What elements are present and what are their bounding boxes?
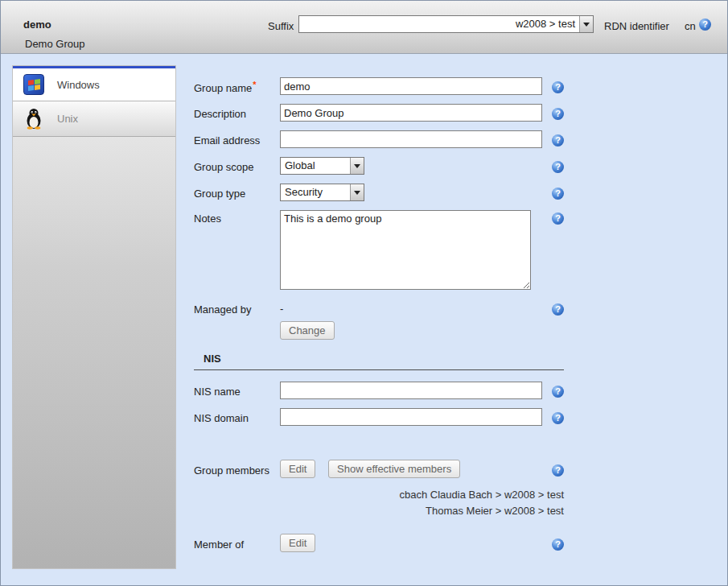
chevron-down-icon[interactable]: [350, 184, 364, 200]
group-scope-value: Global: [281, 158, 350, 174]
suffix-select[interactable]: w2008 > test: [298, 15, 594, 33]
chevron-down-icon[interactable]: [350, 158, 364, 174]
suffix-label: Suffix: [268, 20, 294, 32]
nis-domain-input[interactable]: [280, 408, 542, 426]
tab-windows-label: Windows: [57, 79, 100, 91]
managed-by-row: Managed by - Change ?: [194, 301, 580, 340]
member-of-label: Member of: [194, 536, 280, 551]
windows-logo-icon: [23, 73, 45, 96]
nis-name-row: NIS name ?: [194, 382, 580, 399]
tux-penguin-icon: [23, 108, 45, 130]
help-icon[interactable]: ?: [552, 188, 564, 200]
chevron-down-icon[interactable]: [579, 16, 593, 32]
nis-name-input[interactable]: [280, 382, 542, 399]
rdn-identifier-value: cn: [685, 20, 696, 32]
help-icon[interactable]: ?: [552, 213, 564, 225]
description-row: Description ?: [194, 104, 580, 122]
description-label: Description: [194, 105, 280, 120]
group-members-label: Group members: [194, 462, 280, 477]
tab-unix-label: Unix: [57, 113, 78, 125]
email-input[interactable]: [280, 130, 542, 148]
nis-name-label: NIS name: [194, 383, 280, 398]
member-of-edit-button[interactable]: Edit: [280, 534, 315, 552]
help-icon[interactable]: ?: [552, 412, 564, 424]
group-edit-window: demo Demo Group Suffix w2008 > test RDN …: [0, 0, 728, 586]
description-input[interactable]: [280, 104, 542, 122]
notes-textarea[interactable]: This is a demo group: [280, 210, 531, 290]
header-bar: demo Demo Group Suffix w2008 > test RDN …: [1, 1, 727, 54]
group-type-label: Group type: [194, 185, 280, 200]
member-of-row: Member of Edit ?: [194, 534, 580, 552]
email-label: Email address: [194, 132, 280, 146]
change-button[interactable]: Change: [280, 321, 335, 340]
group-member-item: Thomas Meier > w2008 > test: [194, 503, 564, 519]
group-scope-row: Group scope Global ?: [194, 157, 580, 175]
group-member-item: cbach Claudia Bach > w2008 > test: [194, 487, 564, 503]
nis-domain-row: NIS domain ?: [194, 408, 580, 426]
group-members-row: Group members Edit Show effective member…: [194, 460, 580, 478]
group-type-row: Group type Security ?: [194, 184, 580, 201]
managed-by-value: -: [280, 301, 542, 317]
group-members-list: cbach Claudia Bach > w2008 > test Thomas…: [194, 487, 564, 519]
help-icon[interactable]: ?: [552, 386, 564, 398]
managed-by-label: Managed by: [194, 301, 280, 316]
group-type-select[interactable]: Security: [280, 184, 364, 201]
help-icon[interactable]: ?: [552, 108, 564, 120]
help-icon[interactable]: ?: [552, 464, 564, 477]
notes-label: Notes: [194, 210, 280, 225]
page-title: demo: [23, 19, 51, 31]
module-sidebar: Windows Unix: [12, 65, 176, 569]
suffix-select-value: w2008 > test: [299, 16, 579, 32]
tab-windows[interactable]: Windows: [13, 66, 175, 101]
page-subtitle: Demo Group: [25, 38, 84, 50]
help-icon[interactable]: ?: [552, 303, 564, 316]
show-effective-members-button[interactable]: Show effective members: [328, 460, 460, 478]
help-icon[interactable]: ?: [552, 134, 564, 146]
group-name-row: Group name* ?: [194, 77, 580, 95]
group-type-value: Security: [281, 184, 350, 200]
group-scope-select[interactable]: Global: [280, 157, 364, 175]
required-marker: *: [253, 80, 256, 89]
help-icon[interactable]: ?: [699, 19, 711, 31]
group-name-label: Group name*: [194, 77, 280, 94]
help-icon[interactable]: ?: [552, 539, 564, 551]
nis-domain-label: NIS domain: [194, 410, 280, 424]
nis-section-heading: NIS: [194, 353, 564, 370]
tab-unix[interactable]: Unix: [13, 101, 175, 137]
help-icon[interactable]: ?: [552, 161, 564, 173]
group-name-input[interactable]: [280, 77, 542, 95]
rdn-identifier-label: RDN identifier: [604, 20, 669, 32]
group-scope-label: Group scope: [194, 159, 280, 173]
group-members-edit-button[interactable]: Edit: [280, 460, 315, 478]
notes-row: Notes This is a demo group ?: [194, 210, 580, 292]
email-row: Email address ?: [194, 130, 580, 148]
form-area: Group name* ? Description ? Email addres…: [194, 65, 580, 561]
help-icon[interactable]: ?: [552, 81, 564, 93]
